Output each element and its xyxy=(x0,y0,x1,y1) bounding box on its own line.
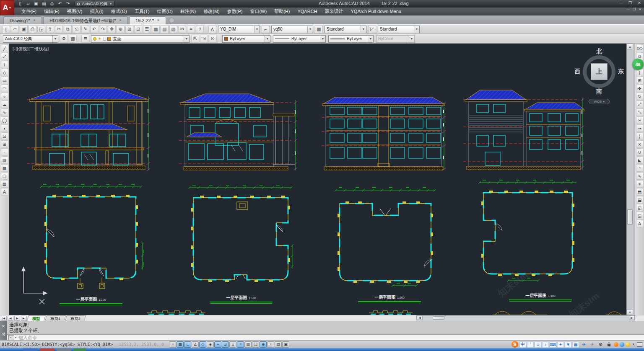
paste-icon[interactable]: ⎗ xyxy=(73,25,80,33)
chevron-down-icon[interactable]: ▾ xyxy=(15,336,16,339)
send-to-back-icon[interactable]: ⬓ xyxy=(636,196,644,204)
gradient-icon[interactable]: ▩ xyxy=(1,164,8,172)
menu-item[interactable]: 窗口(W) xyxy=(246,8,270,15)
point-icon[interactable]: · xyxy=(1,148,8,156)
ime-emoji-icon[interactable]: ☺ xyxy=(535,341,541,348)
elevation-drawing-2[interactable] xyxy=(178,90,298,172)
elevation-drawing-1[interactable] xyxy=(26,84,152,173)
open-icon[interactable]: ▱ xyxy=(25,1,31,7)
hatch-icon[interactable]: ▨ xyxy=(1,156,8,164)
sheet-set-icon[interactable]: ▧ xyxy=(169,25,177,33)
new-icon[interactable]: ▯ xyxy=(2,25,10,33)
annotation-scale-icon[interactable]: ✈ xyxy=(580,341,587,348)
otrack-toggle[interactable]: ⌖ xyxy=(214,341,221,348)
table-style-icon[interactable]: ▦ xyxy=(315,25,323,33)
layer-tool-button[interactable]: ⧀ xyxy=(209,35,217,43)
menu-item[interactable]: 标注(N) xyxy=(177,8,200,15)
publish-icon[interactable]: ⇪ xyxy=(46,25,54,33)
floor-plan-drawing-2[interactable] xyxy=(183,183,299,292)
redo-icon[interactable]: ↷ xyxy=(65,1,71,7)
menu-item[interactable]: 绘图(D) xyxy=(153,8,177,15)
line-icon[interactable]: ╱ xyxy=(1,45,8,52)
toolbar-lock-icon[interactable] xyxy=(605,341,613,348)
ellipse-arc-icon[interactable]: ◖ xyxy=(1,124,8,132)
menu-item[interactable]: 编辑(E) xyxy=(40,8,63,15)
osnap-toggle[interactable]: ◇ xyxy=(199,341,206,348)
revision-cloud-icon[interactable]: ☁ xyxy=(1,101,8,108)
quickcalc-icon[interactable]: ⌗ xyxy=(187,25,195,33)
minimize-icon[interactable]: — xyxy=(618,1,624,5)
annotation-visibility-icon[interactable]: ✈ xyxy=(589,341,596,348)
copy-clip-icon[interactable]: ⧉ xyxy=(64,25,72,33)
performance-tuner-icon[interactable] xyxy=(626,342,630,347)
menu-item[interactable]: 工具(T) xyxy=(131,8,153,15)
save-workspace-icon[interactable]: ▩ xyxy=(69,35,77,43)
transparency-toggle[interactable]: ▥ xyxy=(244,341,252,348)
model-paper-toggle[interactable]: ▤ xyxy=(275,341,282,348)
tab-nav-button[interactable]: ◀ xyxy=(8,316,13,321)
ime-grid-icon[interactable]: ▦ xyxy=(572,341,579,348)
layer-bulb-icon[interactable] xyxy=(93,37,96,41)
plot-icon[interactable]: ⎙ xyxy=(29,25,36,33)
spline-icon[interactable]: ∿ xyxy=(1,108,8,116)
properties-icon[interactable]: ☰ xyxy=(143,25,151,33)
mleader-style-icon[interactable]: ◸ xyxy=(368,25,376,33)
taskbar-item[interactable] xyxy=(40,348,55,351)
mleader-style-select[interactable]: Standard ▼ xyxy=(378,26,420,33)
linetype-select[interactable]: ByLayer ▼ xyxy=(273,35,326,43)
maximize-icon[interactable]: ❐ xyxy=(627,1,633,5)
arc-icon[interactable]: ◠ xyxy=(1,85,8,92)
tab-close-icon[interactable]: ✕ xyxy=(157,17,160,24)
circle-icon[interactable]: ○ xyxy=(1,93,8,100)
menu-item[interactable]: 源泉设计 xyxy=(321,8,347,15)
layer-sun-icon[interactable]: ☀ xyxy=(98,36,101,41)
ime-toolbox-icon[interactable]: ✦ xyxy=(557,341,564,348)
ime-keyboard-icon[interactable]: ⌨ xyxy=(550,341,556,348)
array-icon[interactable]: ⊞ xyxy=(636,77,644,84)
taskbar-item[interactable] xyxy=(23,348,38,351)
file-tab-drawing1[interactable]: Drawing1* ✕ xyxy=(3,16,42,24)
construction-line-icon[interactable]: ⤢ xyxy=(1,53,8,60)
ime-punctuation-icon[interactable]: ’ xyxy=(527,341,534,348)
close-icon[interactable]: ✕ xyxy=(636,1,642,5)
viewcube-east[interactable]: 东 xyxy=(618,68,624,75)
file-tab-hd190816[interactable]: HD190816-169特色景墙(1~6#箱)* ✕ xyxy=(43,16,128,24)
table-icon[interactable]: ▦ xyxy=(1,180,8,188)
floor-plan-drawing-4[interactable] xyxy=(475,178,581,286)
dynamic-input-toggle[interactable]: ± xyxy=(229,341,236,348)
workspace-gear-icon[interactable]: ⚙ xyxy=(597,341,604,348)
doc-restore-icon[interactable]: ❐ xyxy=(633,8,636,11)
hardware-acceleration-icon[interactable] xyxy=(620,342,624,347)
save-icon[interactable]: ▣ xyxy=(20,25,28,33)
annotation-monitor-toggle[interactable]: + xyxy=(267,341,274,348)
new-tab-button[interactable] xyxy=(169,18,174,23)
clean-screen-button[interactable] xyxy=(637,342,642,347)
polar-toggle[interactable]: ∠ xyxy=(192,341,199,348)
scroll-left-icon[interactable]: ◀ xyxy=(417,316,423,320)
viewcube-top-face[interactable]: 上 xyxy=(591,63,608,80)
bring-above-icon[interactable]: ◱ xyxy=(636,204,644,212)
elevation-drawing-4[interactable] xyxy=(462,85,585,172)
fillet-icon[interactable]: ◝ xyxy=(636,164,644,172)
tool-palettes-icon[interactable]: ▥ xyxy=(161,25,169,33)
layer-lock-icon[interactable]: ▢ xyxy=(103,37,106,41)
designcenter-icon[interactable]: ▦ xyxy=(152,25,160,33)
text-style-icon[interactable]: A xyxy=(208,25,216,33)
stretch-icon[interactable]: ⤡ xyxy=(636,108,644,116)
menu-item[interactable]: 参数(P) xyxy=(223,8,247,15)
tab-nav-button[interactable]: ▶| xyxy=(21,316,27,321)
horizontal-scrollbar[interactable]: ◀ ▶ xyxy=(416,315,635,320)
plot-icon[interactable]: ⎙ xyxy=(49,1,55,7)
insert-block-icon[interactable]: ⊡ xyxy=(1,132,8,140)
layer-tool-button[interactable]: ⇲ xyxy=(200,35,208,43)
trusted-autodesk-icon[interactable] xyxy=(614,342,618,347)
make-block-icon[interactable]: ⊞ xyxy=(1,140,8,148)
taskbar-item[interactable] xyxy=(73,348,86,351)
viewport-controls[interactable]: [-][俯视][二维线框] xyxy=(13,46,49,52)
rotate-icon[interactable]: ↻ xyxy=(636,93,644,100)
horizontal-scroll-thumb[interactable] xyxy=(433,316,444,320)
join-icon[interactable]: ∪ xyxy=(636,148,644,156)
help-icon[interactable]: ? xyxy=(196,25,204,33)
doc-close-icon[interactable]: ✕ xyxy=(639,8,641,11)
viewcube-ring[interactable]: 上 xyxy=(583,55,615,88)
